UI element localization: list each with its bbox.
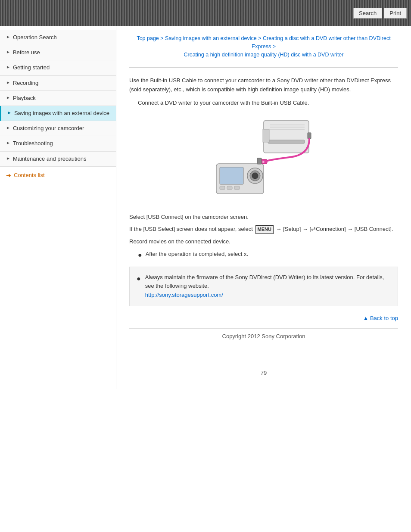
dvd-writer-diagram: ⋇ [212, 116, 315, 202]
sidebar-item-label: Getting started [13, 64, 50, 72]
copyright-text: Copyright 2012 Sony Corporation [222, 333, 305, 339]
contents-list-link[interactable]: ➔ Contents list [0, 167, 116, 184]
sidebar-item-label: Troubleshooting [13, 140, 53, 147]
header-stripe: Search Print [0, 0, 411, 26]
connection-symbol: ⇄ [311, 226, 316, 232]
back-to-top[interactable]: ▲ Back to top [129, 315, 398, 321]
breadcrumb-creating-hd[interactable]: Creating a high definition image quality… [184, 52, 344, 58]
footer: Copyright 2012 Sony Corporation [129, 328, 398, 352]
note-bullet-icon: ● [137, 273, 141, 284]
sidebar-item-customizing[interactable]: ► Customizing your camcorder [0, 121, 116, 136]
svg-rect-17 [234, 186, 240, 190]
breadcrumb-sep1: > [160, 35, 165, 41]
sidebar-item-label: Playback [13, 94, 36, 102]
page-number: 79 [129, 370, 398, 376]
content-area: Top page > Saving images with an externa… [116, 26, 411, 389]
chevron-right-icon: ► [6, 80, 10, 85]
note-text: Always maintain the firmware of the Sony… [145, 274, 384, 289]
svg-rect-16 [227, 186, 232, 190]
sidebar-item-getting-started[interactable]: ► Getting started [0, 60, 116, 75]
header-buttons: Search Print [353, 8, 407, 19]
intro-text: Use the Built-in USB Cable to connect yo… [129, 76, 398, 94]
sidebar-item-saving-images[interactable]: ► Saving images with an external device [0, 106, 116, 121]
chevron-right-icon: ► [7, 110, 12, 115]
sidebar-item-label: Maintenance and precautions [13, 155, 87, 163]
search-button[interactable]: Search [353, 8, 382, 19]
chevron-right-icon: ► [6, 140, 10, 145]
breadcrumb-top-page[interactable]: Top page [137, 35, 159, 41]
svg-rect-1 [268, 140, 305, 143]
chevron-right-icon: ► [6, 34, 10, 39]
breadcrumb-saving-images[interactable]: Saving images with an external device [165, 35, 257, 41]
x-button-badge: x [244, 251, 247, 257]
bullet-icon: ● [138, 249, 142, 261]
note-bullet: ● Always maintain the firmware of the So… [137, 273, 391, 300]
svg-rect-6 [308, 133, 311, 139]
chevron-right-icon: ► [6, 156, 10, 161]
sidebar-item-label: Saving images with an external device [14, 109, 109, 117]
sidebar-item-operation-search[interactable]: ► Operation Search [0, 30, 116, 45]
chevron-right-icon: ► [6, 65, 10, 69]
breadcrumb-sep3: > [273, 44, 276, 50]
breadcrumb: Top page > Saving images with an externa… [129, 34, 398, 59]
step3-text: Record movies on the connected device. [129, 237, 398, 246]
chevron-right-icon: ► [6, 125, 10, 130]
sidebar-item-troubleshooting[interactable]: ► Troubleshooting [0, 136, 116, 151]
bullet-point-1: ● After the operation is completed, sele… [138, 250, 398, 261]
bullet-text: After the operation is completed, select… [146, 250, 248, 259]
svg-rect-0 [264, 121, 309, 153]
chevron-right-icon: ► [6, 50, 10, 54]
svg-rect-10 [220, 167, 243, 184]
main-layout: ► Operation Search ► Before use ► Gettin… [0, 26, 411, 389]
print-button[interactable]: Print [384, 8, 407, 19]
back-to-top-link[interactable]: ▲ Back to top [363, 315, 398, 321]
note-content: Always maintain the firmware of the Sony… [145, 273, 391, 300]
svg-text:⋇: ⋇ [262, 160, 265, 164]
chevron-right-icon: ► [6, 95, 10, 100]
sidebar-item-label: Customizing your camcorder [13, 124, 84, 132]
sidebar-item-maintenance[interactable]: ► Maintenance and precautions [0, 152, 116, 167]
menu-badge: MENU [255, 225, 274, 234]
sidebar-item-recording[interactable]: ► Recording [0, 76, 116, 91]
sidebar-item-before-use[interactable]: ► Before use [0, 45, 116, 60]
sidebar: ► Operation Search ► Before use ► Gettin… [0, 26, 116, 389]
svg-point-13 [252, 173, 258, 179]
note-box: ● Always maintain the firmware of the So… [129, 267, 398, 306]
step1-text: Select [USB Connect] on the camcorder sc… [129, 213, 398, 222]
svg-rect-14 [257, 158, 262, 164]
sidebar-item-playback[interactable]: ► Playback [0, 91, 116, 106]
sidebar-item-label: Operation Search [13, 34, 57, 41]
note-link[interactable]: http://sony.storagesupport.com/ [145, 292, 223, 298]
content-divider [129, 67, 398, 68]
sidebar-item-label: Recording [13, 79, 38, 87]
arrow-right-icon: ➔ [6, 172, 11, 179]
sidebar-item-label: Before use [13, 49, 40, 56]
svg-rect-5 [263, 129, 269, 142]
step2-text: If the [USB Select] screen does not appe… [129, 225, 398, 234]
connect-text: Connect a DVD writer to your camcorder w… [138, 99, 398, 108]
breadcrumb-sep2: > [258, 35, 263, 41]
contents-list-label: Contents list [14, 172, 45, 178]
svg-rect-15 [220, 186, 225, 190]
device-image: ⋇ [129, 116, 398, 202]
